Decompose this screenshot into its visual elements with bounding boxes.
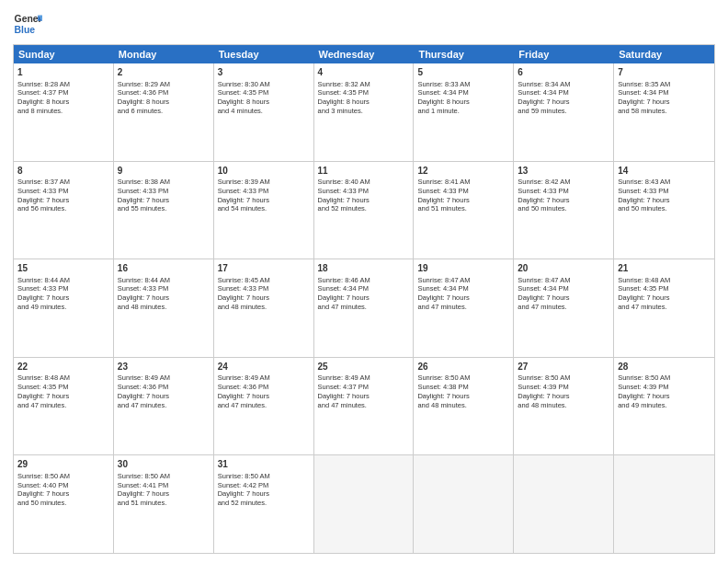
day-info: Sunrise: 8:32 AM Sunset: 4:35 PM Dayligh…: [318, 80, 410, 116]
calendar-header-cell: Tuesday: [214, 45, 314, 63]
calendar-cell: [614, 455, 714, 553]
day-info: Sunrise: 8:28 AM Sunset: 4:37 PM Dayligh…: [17, 80, 109, 116]
day-info: Sunrise: 8:38 AM Sunset: 4:33 PM Dayligh…: [118, 178, 210, 213]
day-info: Sunrise: 8:40 AM Sunset: 4:33 PM Dayligh…: [318, 178, 410, 213]
day-number: 19: [417, 262, 509, 275]
calendar-cell: 12Sunrise: 8:41 AM Sunset: 4:33 PM Dayli…: [414, 162, 514, 259]
calendar-cell: 6Sunrise: 8:34 AM Sunset: 4:34 PM Daylig…: [514, 63, 614, 161]
calendar-cell: 10Sunrise: 8:39 AM Sunset: 4:33 PM Dayli…: [214, 162, 314, 259]
day-number: 27: [518, 361, 609, 373]
day-info: Sunrise: 8:44 AM Sunset: 4:33 PM Dayligh…: [17, 276, 109, 312]
day-number: 6: [518, 66, 609, 79]
day-number: 5: [417, 66, 509, 79]
svg-text:Blue: Blue: [15, 25, 36, 35]
day-number: 12: [417, 165, 509, 178]
day-number: 20: [518, 262, 609, 275]
calendar-row: 29Sunrise: 8:50 AM Sunset: 4:40 PM Dayli…: [14, 455, 714, 553]
calendar-header-cell: Saturday: [614, 45, 714, 63]
calendar-header: SundayMondayTuesdayWednesdayThursdayFrid…: [14, 45, 714, 63]
day-info: Sunrise: 8:49 AM Sunset: 4:37 PM Dayligh…: [318, 373, 410, 409]
day-number: 24: [218, 361, 310, 373]
calendar-cell: 23Sunrise: 8:49 AM Sunset: 4:36 PM Dayli…: [114, 358, 214, 455]
calendar-cell: 7Sunrise: 8:35 AM Sunset: 4:34 PM Daylig…: [614, 63, 714, 161]
day-info: Sunrise: 8:37 AM Sunset: 4:33 PM Dayligh…: [17, 178, 109, 213]
calendar-cell: 21Sunrise: 8:48 AM Sunset: 4:35 PM Dayli…: [614, 259, 714, 357]
logo: General Blue: [13, 9, 42, 39]
calendar-header-cell: Sunday: [14, 45, 114, 63]
day-info: Sunrise: 8:41 AM Sunset: 4:33 PM Dayligh…: [417, 178, 509, 213]
day-number: 16: [118, 262, 210, 275]
day-info: Sunrise: 8:50 AM Sunset: 4:38 PM Dayligh…: [417, 373, 509, 409]
day-number: 17: [218, 262, 310, 275]
day-info: Sunrise: 8:44 AM Sunset: 4:33 PM Dayligh…: [118, 276, 210, 312]
calendar-cell: 2Sunrise: 8:29 AM Sunset: 4:36 PM Daylig…: [114, 63, 214, 161]
calendar-cell: 14Sunrise: 8:43 AM Sunset: 4:33 PM Dayli…: [614, 162, 714, 259]
day-info: Sunrise: 8:49 AM Sunset: 4:36 PM Dayligh…: [218, 373, 310, 409]
calendar-cell: 16Sunrise: 8:44 AM Sunset: 4:33 PM Dayli…: [114, 259, 214, 357]
day-info: Sunrise: 8:33 AM Sunset: 4:34 PM Dayligh…: [417, 80, 509, 116]
day-number: 14: [618, 165, 711, 178]
calendar-header-cell: Thursday: [414, 45, 514, 63]
calendar-cell: 17Sunrise: 8:45 AM Sunset: 4:33 PM Dayli…: [214, 259, 314, 357]
day-info: Sunrise: 8:48 AM Sunset: 4:35 PM Dayligh…: [618, 276, 711, 312]
calendar-row: 15Sunrise: 8:44 AM Sunset: 4:33 PM Dayli…: [14, 259, 714, 358]
calendar-cell: 5Sunrise: 8:33 AM Sunset: 4:34 PM Daylig…: [414, 63, 514, 161]
calendar-cell: 25Sunrise: 8:49 AM Sunset: 4:37 PM Dayli…: [314, 358, 415, 455]
day-number: 25: [318, 361, 410, 373]
day-number: 1: [17, 66, 109, 79]
day-info: Sunrise: 8:47 AM Sunset: 4:34 PM Dayligh…: [518, 276, 609, 312]
calendar-cell: 11Sunrise: 8:40 AM Sunset: 4:33 PM Dayli…: [314, 162, 415, 259]
calendar-cell: 26Sunrise: 8:50 AM Sunset: 4:38 PM Dayli…: [414, 358, 514, 455]
calendar-cell: 18Sunrise: 8:46 AM Sunset: 4:34 PM Dayli…: [314, 259, 415, 357]
day-info: Sunrise: 8:39 AM Sunset: 4:33 PM Dayligh…: [218, 178, 310, 213]
day-number: 13: [518, 165, 609, 178]
calendar-cell: 30Sunrise: 8:50 AM Sunset: 4:41 PM Dayli…: [114, 455, 214, 553]
day-number: 21: [618, 262, 711, 275]
calendar-header-cell: Monday: [114, 45, 214, 63]
day-info: Sunrise: 8:34 AM Sunset: 4:34 PM Dayligh…: [518, 80, 609, 116]
calendar-cell: 20Sunrise: 8:47 AM Sunset: 4:34 PM Dayli…: [514, 259, 614, 357]
calendar-cell: 29Sunrise: 8:50 AM Sunset: 4:40 PM Dayli…: [14, 455, 114, 553]
day-number: 22: [17, 361, 109, 373]
day-info: Sunrise: 8:46 AM Sunset: 4:34 PM Dayligh…: [318, 276, 410, 312]
day-info: Sunrise: 8:50 AM Sunset: 4:42 PM Dayligh…: [218, 472, 310, 508]
calendar-cell: [514, 455, 614, 553]
page: General Blue SundayMondayTuesdayWednesda…: [0, 0, 728, 563]
calendar-cell: 24Sunrise: 8:49 AM Sunset: 4:36 PM Dayli…: [214, 358, 314, 455]
day-info: Sunrise: 8:30 AM Sunset: 4:35 PM Dayligh…: [218, 80, 310, 116]
calendar-cell: 22Sunrise: 8:48 AM Sunset: 4:35 PM Dayli…: [14, 358, 114, 455]
calendar-row: 22Sunrise: 8:48 AM Sunset: 4:35 PM Dayli…: [14, 358, 714, 456]
day-info: Sunrise: 8:50 AM Sunset: 4:39 PM Dayligh…: [518, 373, 609, 409]
day-info: Sunrise: 8:49 AM Sunset: 4:36 PM Dayligh…: [118, 373, 210, 409]
calendar-cell: 27Sunrise: 8:50 AM Sunset: 4:39 PM Dayli…: [514, 358, 614, 455]
day-info: Sunrise: 8:50 AM Sunset: 4:39 PM Dayligh…: [618, 373, 711, 409]
day-number: 8: [17, 165, 109, 178]
day-number: 10: [218, 165, 310, 178]
day-number: 28: [618, 361, 711, 373]
calendar-header-cell: Wednesday: [314, 45, 415, 63]
calendar-cell: 8Sunrise: 8:37 AM Sunset: 4:33 PM Daylig…: [14, 162, 114, 259]
day-number: 4: [318, 66, 410, 79]
calendar: SundayMondayTuesdayWednesdayThursdayFrid…: [13, 44, 715, 554]
calendar-row: 8Sunrise: 8:37 AM Sunset: 4:33 PM Daylig…: [14, 162, 714, 260]
day-info: Sunrise: 8:42 AM Sunset: 4:33 PM Dayligh…: [518, 178, 609, 213]
day-number: 30: [118, 458, 210, 471]
calendar-header-cell: Friday: [514, 45, 614, 63]
day-number: 7: [618, 66, 711, 79]
calendar-cell: 19Sunrise: 8:47 AM Sunset: 4:34 PM Dayli…: [414, 259, 514, 357]
day-info: Sunrise: 8:50 AM Sunset: 4:41 PM Dayligh…: [118, 472, 210, 508]
calendar-body: 1Sunrise: 8:28 AM Sunset: 4:37 PM Daylig…: [14, 63, 714, 553]
day-number: 3: [218, 66, 310, 79]
day-number: 9: [118, 165, 210, 178]
calendar-cell: 4Sunrise: 8:32 AM Sunset: 4:35 PM Daylig…: [314, 63, 415, 161]
day-number: 2: [118, 66, 210, 79]
day-number: 11: [318, 165, 410, 178]
calendar-cell: [314, 455, 415, 553]
day-number: 23: [118, 361, 210, 373]
day-info: Sunrise: 8:45 AM Sunset: 4:33 PM Dayligh…: [218, 276, 310, 312]
day-number: 15: [17, 262, 109, 275]
day-number: 26: [417, 361, 509, 373]
day-info: Sunrise: 8:29 AM Sunset: 4:36 PM Dayligh…: [118, 80, 210, 116]
calendar-cell: 3Sunrise: 8:30 AM Sunset: 4:35 PM Daylig…: [214, 63, 314, 161]
header: General Blue: [13, 9, 715, 39]
